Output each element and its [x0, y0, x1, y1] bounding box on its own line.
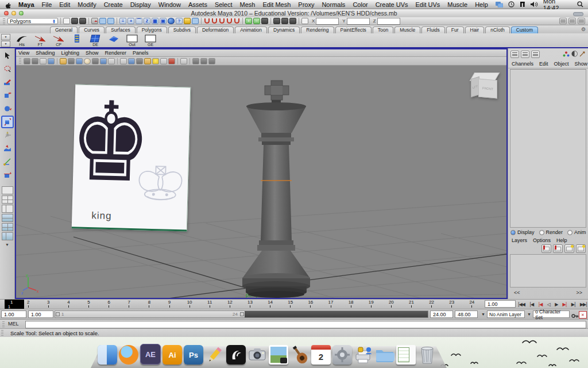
anim-layer-field[interactable]: No Anim Layer: [487, 310, 525, 318]
viewport-menu[interactable]: Renderer: [105, 50, 126, 56]
quick-field-icon[interactable]: [301, 18, 308, 24]
time-slider[interactable]: 1 2 3 4 5: [0, 299, 588, 309]
playback-button[interactable]: ▶▶|: [580, 302, 587, 307]
shelf-tab[interactable]: Toon: [373, 26, 393, 33]
ipr-render-icon[interactable]: [281, 18, 288, 24]
shelf-tab[interactable]: Custom: [511, 26, 538, 33]
shelf-tab[interactable]: Hair: [465, 26, 485, 33]
view-transform-icon[interactable]: [208, 58, 215, 64]
shelf-tab[interactable]: General: [50, 26, 78, 33]
timeline-frame[interactable]: 11: [206, 300, 213, 309]
smooth-shade-icon[interactable]: [100, 58, 107, 64]
command-line-grip[interactable]: [2, 321, 5, 327]
help-line-grip[interactable]: [1, 330, 3, 336]
after-effects-dock-icon[interactable]: AE: [140, 344, 161, 365]
menubar-item[interactable]: Create: [104, 1, 123, 8]
system-preferences-dock-icon[interactable]: [332, 345, 352, 365]
menubar-item[interactable]: Edit Mesh: [262, 1, 291, 8]
shelf-tab[interactable]: Fur: [446, 26, 464, 33]
layer-editor-menu[interactable]: Help: [556, 237, 567, 243]
snap-align-icon[interactable]: ▣: [160, 18, 167, 24]
timeline-frame[interactable]: 19: [368, 300, 374, 309]
last-tool-icon[interactable]: [1, 168, 14, 181]
soft-mod-tool-icon[interactable]: [1, 142, 14, 155]
view-cube-front-face[interactable]: FRONT: [478, 79, 497, 99]
window-titlebar[interactable]: Autodesk Maya 2010 – Educational Version…: [0, 9, 588, 18]
construction-history-icon[interactable]: [261, 18, 268, 24]
quick-help-icon[interactable]: ?: [176, 18, 183, 24]
image-plane-icon[interactable]: [60, 58, 67, 64]
xray-icon[interactable]: [180, 58, 187, 64]
snap-magnet-point-icon[interactable]: [219, 18, 225, 24]
select-camera-icon[interactable]: [24, 58, 30, 64]
animation-preferences-icon[interactable]: ✕: [579, 311, 587, 319]
input-connections-icon[interactable]: +: [245, 18, 252, 24]
playback-end-field[interactable]: 24.00: [430, 310, 453, 318]
ical-dock-icon[interactable]: 2: [311, 345, 331, 365]
playback-button[interactable]: ◁: [547, 302, 550, 307]
select-by-component-icon[interactable]: [107, 18, 114, 24]
highlight-mode-icon[interactable]: [192, 18, 199, 24]
playback-button[interactable]: ▶: [555, 302, 558, 307]
menubar-item[interactable]: Edit UVs: [416, 1, 440, 8]
2d-pan-zoom-icon[interactable]: [68, 58, 75, 64]
channel-box-menu[interactable]: Channels: [512, 61, 533, 67]
menubar-item[interactable]: Window: [158, 1, 181, 8]
layer-editor-menu[interactable]: Layers: [512, 237, 527, 243]
manipulator-link-icon[interactable]: [579, 49, 586, 59]
timeline-frame[interactable]: 4: [65, 300, 72, 309]
use-default-material-icon[interactable]: [84, 58, 91, 64]
shelf-tab[interactable]: Muscle: [394, 26, 420, 33]
playback-button[interactable]: |◀◀: [518, 302, 525, 307]
timeline-frame[interactable]: 14: [267, 300, 274, 309]
menubar-item[interactable]: Color: [353, 1, 368, 8]
toolbar-pill-button[interactable]: [573, 12, 583, 16]
layer-editor-menu[interactable]: Options: [533, 237, 551, 243]
output-connections-icon[interactable]: −: [253, 18, 260, 24]
create-empty-layer-icon[interactable]: [564, 244, 574, 253]
menubar-item[interactable]: Help: [475, 1, 488, 8]
make-live-icon[interactable]: [168, 18, 175, 24]
persp-outliner-layout-button[interactable]: [2, 232, 13, 240]
open-scene-icon[interactable]: [71, 18, 78, 24]
hypershade-persp-layout-button[interactable]: [2, 223, 13, 231]
out-of-range-bar[interactable]: [245, 311, 428, 317]
timeline-frame[interactable]: 7: [126, 300, 133, 309]
app-menu[interactable]: Maya: [18, 1, 34, 8]
illustrator-dock-icon[interactable]: Ai: [163, 345, 182, 365]
film-gate-icon[interactable]: [128, 58, 135, 64]
select-by-object-icon[interactable]: [99, 18, 106, 24]
range-start-handle[interactable]: [56, 312, 60, 316]
highlight-selection-icon[interactable]: ≡: [119, 18, 126, 24]
pencil-dock-icon[interactable]: [205, 345, 225, 365]
timeline-frame[interactable]: 22: [428, 300, 435, 309]
timeline-frame[interactable]: 10: [186, 300, 193, 309]
timeline-frame[interactable]: 2: [25, 300, 32, 309]
timeline-frame[interactable]: 9: [166, 300, 173, 309]
lighting-icon[interactable]: [152, 58, 159, 64]
input-menu-icon[interactable]: [520, 0, 525, 10]
range-end-handle[interactable]: [240, 312, 244, 316]
menubar-item[interactable]: Proxy: [298, 1, 314, 8]
channel-names-short-icon[interactable]: [521, 51, 529, 58]
viewport-menu[interactable]: Shading: [36, 50, 55, 56]
menu-set-dropdown[interactable]: Polygons ▲▼: [7, 18, 58, 24]
shelf-tab-arrow-icon[interactable]: ▼: [1, 34, 10, 40]
save-scene-icon[interactable]: [79, 18, 86, 24]
firefox-dock-icon[interactable]: [119, 345, 138, 365]
four-pane-layout-button[interactable]: [2, 195, 13, 204]
layer-mode-radio[interactable]: Display: [510, 229, 535, 235]
select-by-hierarchy-icon[interactable]: [91, 18, 98, 24]
persp-graph-layout-button[interactable]: [2, 214, 13, 222]
viewport-scene[interactable]: persp: [16, 66, 506, 298]
menubar-item[interactable]: Edit: [59, 1, 70, 8]
playback-button[interactable]: ▶|: [571, 302, 575, 307]
spotlight-icon[interactable]: [577, 0, 583, 10]
timeline-frame[interactable]: 24: [469, 300, 475, 309]
lock-selection-icon[interactable]: [184, 18, 191, 24]
move-tool-icon[interactable]: [1, 89, 14, 102]
iphoto-dock-icon[interactable]: [269, 345, 288, 365]
snap-to-planes-icon[interactable]: ▦: [152, 18, 158, 24]
z-input[interactable]: [377, 18, 400, 25]
create-layer-from-selected-icon[interactable]: [576, 244, 586, 253]
